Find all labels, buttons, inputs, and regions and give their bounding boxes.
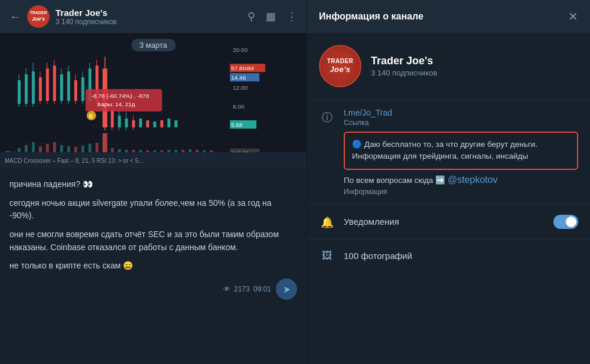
description-box: 🔵 Даю бесплатно то, за что другие берут … [344, 132, 578, 170]
info-icon: ⓘ [319, 109, 335, 126]
message-line4: не только в крипте есть скам 😄 [9, 260, 297, 273]
channel-info-header: Trader Joe's 3 140 подписчиков [56, 8, 242, 26]
logo-line2: Joe's [330, 65, 350, 74]
message-meta: 👁 2173 09:01 [223, 285, 271, 293]
channel-subs-left: 3 140 подписчиков [56, 18, 242, 26]
header-icons: ⚲ ▦ ⋮ [247, 10, 297, 23]
svg-text:5.68: 5.68 [231, 122, 243, 128]
left-panel: ← TRADERJoe's Trader Joe's 3 140 подписч… [0, 0, 307, 364]
views-count: 2173 [234, 285, 250, 293]
svg-rect-42 [146, 120, 149, 127]
chart-bottom-bar: MACD Crossover – Fast – 8, 21, 5 RSI 13:… [0, 152, 307, 169]
notifications-row: 🔔 Уведомления [307, 205, 590, 240]
svg-text:14.46: 14.46 [231, 74, 246, 81]
message-line1: причина падения? 👀 [9, 178, 297, 191]
info-secondary: По всем вопросам сюда ➡️ [344, 176, 448, 185]
mention-link[interactable]: @stepkotov [448, 175, 498, 185]
logo-line1: TRADER [327, 58, 354, 65]
search-icon[interactable]: ⚲ [247, 10, 255, 23]
svg-rect-41 [139, 119, 142, 127]
more-icon[interactable]: ⋮ [286, 10, 297, 23]
bell-icon: 🔔 [319, 214, 335, 231]
info-label: Информация [344, 188, 578, 196]
channel-full-subs: 3 140 подписчиков [371, 68, 578, 77]
svg-rect-44 [160, 120, 163, 127]
svg-text:-8.78 (-60.74%) , -878: -8.78 (-60.74%) , -878 [92, 93, 149, 99]
message-area[interactable]: причина падения? 👀 сегодня ночью акции s… [0, 169, 307, 364]
link-url[interactable]: t.me/Jo_Trad [344, 108, 578, 117]
svg-text:20.00: 20.00 [233, 47, 247, 53]
layout-icon[interactable]: ▦ [266, 10, 276, 23]
svg-text:Бары: 14, 21д: Бары: 14, 21д [97, 101, 135, 107]
photo-icon: 🖼 [319, 248, 335, 264]
logo-inner: TRADER Joe's [321, 47, 360, 86]
link-content: t.me/Jo_Trad Ссылка 🔵 Даю бесплатно то, … [344, 108, 578, 196]
svg-text:57.804M: 57.804M [231, 65, 254, 71]
link-row: ⓘ t.me/Jo_Trad Ссылка 🔵 Даю бесплатно то… [307, 100, 590, 205]
channel-avatar-small: TRADERJoe's [27, 5, 50, 28]
chart-area: 20.00 16.00 12.00 8.00 4.00 57.804M 14.4… [0, 33, 307, 169]
channel-full-name: Trader Joe's [371, 55, 578, 67]
forward-icon: ➤ [283, 284, 291, 295]
channel-details: Trader Joe's 3 140 подписчиков [371, 55, 578, 77]
close-button[interactable]: ✕ [568, 9, 578, 24]
description-text: 🔵 Даю бесплатно то, за что другие берут … [352, 139, 570, 163]
right-panel: Информация о канале ✕ TRADER Joe's Trade… [307, 0, 590, 364]
svg-rect-43 [154, 122, 157, 127]
channel-profile: TRADER Joe's Trader Joe's 3 140 подписчи… [307, 33, 590, 100]
eye-icon: 👁 [223, 285, 230, 293]
channel-name-left: Trader Joe's [56, 8, 242, 18]
info-panel-title: Информация о канале [319, 11, 423, 22]
message-line2: сегодня ночью акции silvergate упали бол… [9, 197, 297, 222]
notifications-toggle[interactable] [553, 215, 578, 229]
message-time: 09:01 [253, 285, 271, 293]
message-text: причина падения? 👀 сегодня ночью акции s… [9, 178, 297, 273]
macd-label: MACD Crossover – Fast – 8, 21, 5 RSI 13:… [5, 158, 144, 164]
svg-text:8.00: 8.00 [233, 103, 245, 110]
chat-header: ← TRADERJoe's Trader Joe's 3 140 подписч… [0, 0, 307, 33]
photos-row[interactable]: 🖼 100 фотографий [307, 240, 590, 273]
svg-text:12.00: 12.00 [233, 84, 247, 91]
svg-text:E: E [89, 113, 93, 119]
chart-date-badge: 3 марта [131, 39, 175, 51]
svg-rect-46 [174, 120, 177, 127]
channel-logo: TRADER Joe's [319, 45, 361, 87]
back-button[interactable]: ← [9, 10, 21, 24]
photos-label: 100 фотографий [344, 251, 412, 261]
message-line3: они не смогли вовремя сдать отчёт SEC и … [9, 228, 297, 254]
info-header: Информация о канале ✕ [307, 0, 590, 33]
svg-rect-45 [167, 119, 170, 127]
forward-button[interactable]: ➤ [276, 278, 297, 300]
link-label: Ссылка [344, 119, 578, 127]
message-footer: 👁 2173 09:01 ➤ [9, 278, 297, 300]
notifications-label: Уведомления [344, 217, 545, 227]
